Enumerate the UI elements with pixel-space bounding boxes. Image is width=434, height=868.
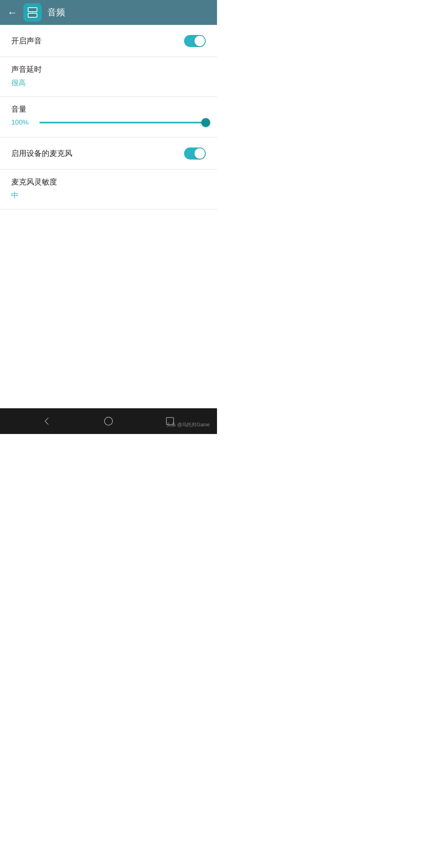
mic-sensitivity-row[interactable]: 麦克风灵敏度 中 xyxy=(0,170,217,209)
sound-enabled-toggle[interactable] xyxy=(184,35,206,47)
mic-sensitivity-label: 麦克风灵敏度 xyxy=(11,177,57,187)
sound-enabled-label: 开启声音 xyxy=(11,36,42,46)
volume-slider-fill xyxy=(39,122,206,123)
sound-delay-row[interactable]: 声音延时 很高 xyxy=(0,57,217,97)
volume-slider-track[interactable] xyxy=(39,122,206,123)
volume-percent: 100% xyxy=(11,119,32,127)
svg-rect-3 xyxy=(29,14,37,17)
volume-row: 音量 100% xyxy=(0,97,217,137)
mic-toggle-thumb xyxy=(194,148,205,159)
mic-enabled-toggle[interactable] xyxy=(184,147,206,160)
nav-home-button[interactable] xyxy=(103,416,114,426)
svg-rect-2 xyxy=(29,8,37,11)
sound-delay-label: 声音延时 xyxy=(11,64,42,75)
back-button[interactable]: ← xyxy=(7,6,18,19)
watermark: 头条 @乌托邦Game xyxy=(166,422,210,428)
volume-label: 音量 xyxy=(11,104,27,115)
settings-list: 开启声音 声音延时 很高 音量 100% 启用设备的麦克风 麦克风灵敏度 中 xyxy=(0,25,217,209)
nav-back-button[interactable] xyxy=(42,416,52,426)
mic-sensitivity-value: 中 xyxy=(11,190,18,200)
toggle-thumb xyxy=(194,36,205,46)
bottom-nav: 头条 @乌托邦Game xyxy=(0,408,217,434)
svg-point-5 xyxy=(104,417,113,425)
volume-slider-thumb[interactable] xyxy=(201,118,210,127)
sound-enabled-row[interactable]: 开启声音 xyxy=(0,25,217,57)
svg-point-4 xyxy=(32,12,33,13)
toolbar: ← 音频 xyxy=(0,0,217,25)
volume-slider-row[interactable]: 100% xyxy=(11,117,206,128)
app-icon xyxy=(23,3,42,22)
mic-enabled-row[interactable]: 启用设备的麦克风 xyxy=(0,137,217,170)
sound-delay-value: 很高 xyxy=(11,78,26,88)
page-title: 音频 xyxy=(47,6,65,18)
mic-enabled-label: 启用设备的麦克风 xyxy=(11,148,72,159)
